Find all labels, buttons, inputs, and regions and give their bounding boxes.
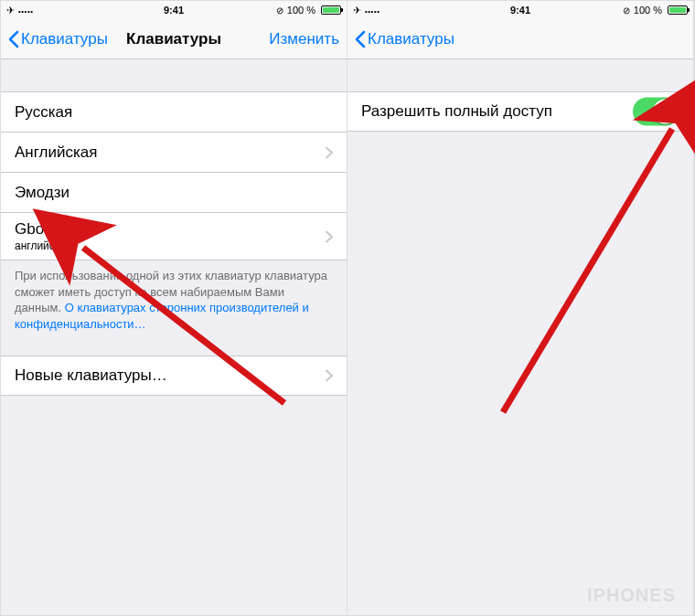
toggle-switch[interactable] [633, 98, 679, 126]
keyboard-row-russian[interactable]: Русская [1, 91, 347, 132]
left-screenshot: ✈ 9:41 ⊘ 100 % Клавиатуры Клавиатуры Изм… [1, 1, 348, 615]
allow-full-access-row[interactable]: Разрешить полный доступ [348, 91, 693, 132]
annotation-arrow [494, 120, 686, 425]
back-label: Клавиатуры [21, 30, 108, 48]
chevron-right-icon [326, 230, 333, 242]
status-bar: ✈ 9:41 ⊘ 100 % [348, 1, 693, 19]
battery-icon [319, 5, 341, 15]
edit-button[interactable]: Изменить [269, 30, 339, 48]
row-subtitle: английский [15, 239, 71, 252]
svg-line-1 [503, 129, 672, 412]
row-label: Эмодзи [15, 184, 70, 202]
new-keyboards-row[interactable]: Новые клавиатуры… [1, 356, 347, 396]
chevron-left-icon [355, 30, 366, 48]
row-label: Новые клавиатуры… [15, 366, 167, 385]
keyboard-list: Русская Английская Эмодзи Gboard английс… [1, 91, 347, 260]
battery-icon [666, 5, 688, 15]
status-time: 9:41 [1, 5, 347, 16]
group-footer: При использовании одной из этих клавиату… [1, 260, 347, 339]
row-label: Английская [15, 143, 97, 162]
chevron-left-icon [8, 30, 19, 48]
keyboard-row-emoji[interactable]: Эмодзи [1, 172, 347, 212]
full-access-group: Разрешить полный доступ [348, 91, 693, 132]
chevron-right-icon [326, 370, 333, 382]
right-screenshot: ✈ 9:41 ⊘ 100 % Клавиатуры Разре [348, 1, 694, 615]
chevron-right-icon [326, 146, 333, 158]
toggle-knob [653, 100, 678, 124]
row-label: Русская [15, 103, 72, 122]
back-button[interactable]: Клавиатуры [355, 30, 454, 48]
status-time: 9:41 [348, 5, 693, 16]
row-label: Gboard [15, 220, 67, 239]
status-bar: ✈ 9:41 ⊘ 100 % [1, 1, 347, 19]
row-label: Разрешить полный доступ [361, 102, 552, 121]
new-keyboards-group: Новые клавиатуры… [1, 356, 347, 396]
back-button[interactable]: Клавиатуры [8, 30, 108, 48]
back-label: Клавиатуры [368, 30, 454, 48]
navbar: Клавиатуры Клавиатуры Изменить [1, 19, 347, 59]
keyboard-row-gboard[interactable]: Gboard английский [1, 212, 347, 260]
watermark: IPHONES [587, 585, 676, 606]
keyboard-row-english[interactable]: Английская [1, 132, 347, 172]
navbar: Клавиатуры [348, 19, 693, 59]
